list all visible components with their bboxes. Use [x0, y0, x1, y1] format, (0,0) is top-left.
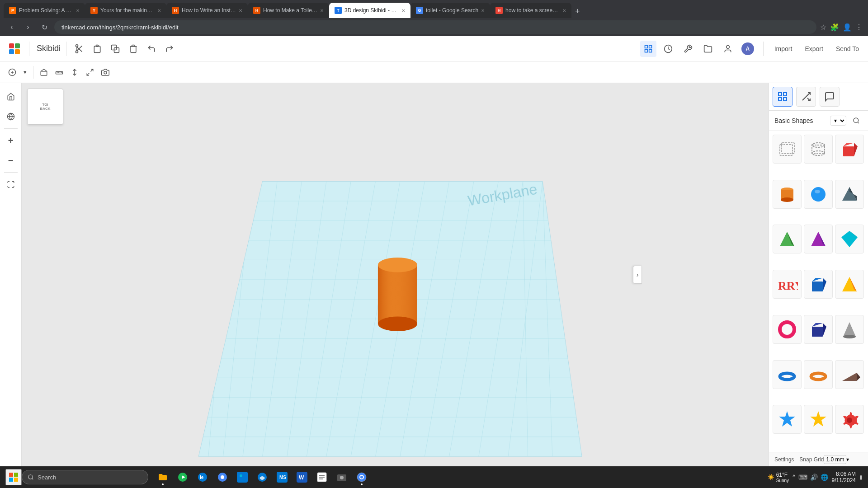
light-bulb-button[interactable] [5, 66, 19, 79]
shape-text-red[interactable]: RRY [773, 270, 802, 299]
shape-star-yellow[interactable] [804, 405, 833, 434]
panel-toggle-button[interactable]: › [633, 266, 642, 284]
taskbar-app-edge[interactable] [253, 468, 271, 486]
shape-torus-orange[interactable] [804, 360, 833, 389]
viewport[interactable]: TOI BACK [22, 83, 769, 466]
reload-button[interactable]: ↻ [38, 21, 51, 33]
shape-wedge-brown[interactable] [835, 360, 864, 389]
tab-3-close[interactable]: ✕ [239, 8, 242, 13]
zoom-in-button[interactable]: + [3, 132, 19, 149]
show-desktop-button[interactable]: ▮ [859, 474, 863, 480]
taskbar-app-chrome[interactable] [213, 468, 231, 486]
grid-view-button[interactable] [640, 41, 656, 57]
address-bar[interactable] [54, 20, 816, 34]
chevron-icon[interactable]: ^ [793, 474, 796, 481]
align-button[interactable] [68, 66, 81, 79]
snapshot-button[interactable] [99, 66, 112, 79]
snap-grid-dropdown[interactable]: ▾ [846, 456, 849, 463]
tab-3[interactable]: H How to Write an Instructable... ✕ [166, 3, 248, 18]
copy-button[interactable] [108, 42, 123, 56]
paste-button[interactable] [90, 42, 104, 56]
taskbar-app-store[interactable]: MS [273, 468, 291, 486]
tab-7-close[interactable]: ✕ [562, 8, 566, 13]
shape-diamond-cyan[interactable] [835, 225, 864, 253]
taskbar-search-bar[interactable]: Search [22, 470, 148, 484]
workplane-button[interactable] [37, 66, 51, 79]
tab-5[interactable]: T 3D design Skibidi - Tinkercad ✕ [329, 3, 410, 18]
taskbar-app-photos[interactable] [233, 468, 251, 486]
shape-cylinder-hole[interactable] [804, 135, 833, 164]
taskbar-app-file-explorer[interactable] [154, 468, 172, 486]
undo-button[interactable] [144, 42, 159, 56]
clock-view-button[interactable] [660, 41, 676, 57]
mirror-button[interactable] [83, 66, 97, 79]
shape-pyramid-yellow[interactable] [835, 270, 864, 299]
shape-gear-red[interactable] [835, 405, 864, 434]
panel-tab-corner[interactable] [796, 87, 816, 107]
new-tab-button[interactable]: + [571, 5, 584, 18]
shape-box-dark-blue[interactable] [804, 270, 833, 299]
export-button[interactable]: Export [801, 43, 826, 54]
tab-1[interactable]: P Problem Solving: A step by ste... ✕ [4, 3, 85, 18]
taskbar-app-music[interactable] [174, 468, 192, 486]
tinkercad-logo[interactable] [5, 42, 24, 56]
avatar-button[interactable]: A [740, 41, 756, 57]
tab-5-close[interactable]: ✕ [401, 8, 405, 13]
tab-2[interactable]: Y Yours for the making - Instruct... ✕ [85, 3, 166, 18]
tab-4-close[interactable]: ✕ [320, 8, 324, 13]
snap-grid-input[interactable] [824, 455, 846, 464]
extensions-button[interactable]: 🧩 [830, 23, 839, 32]
import-button[interactable]: Import [771, 43, 796, 54]
shape-cone-gray[interactable] [835, 315, 864, 344]
shape-pyramid-purple[interactable] [804, 225, 833, 253]
shape-sphere-blue[interactable] [804, 180, 833, 209]
shape-pyramid-green[interactable] [773, 225, 802, 253]
shape-box-hole[interactable] [773, 135, 802, 164]
zoom-out-button[interactable]: − [3, 152, 19, 169]
tab-1-close[interactable]: ✕ [76, 8, 80, 13]
shape-box-red[interactable] [835, 135, 864, 164]
tab-7[interactable]: H how to take a screenshot on w... ✕ [490, 3, 571, 18]
forward-button[interactable]: › [22, 21, 34, 33]
shape-star-blue[interactable] [773, 405, 802, 434]
panel-tab-chat[interactable] [820, 87, 840, 107]
tab-2-close[interactable]: ✕ [157, 8, 161, 13]
shape-prism-blue[interactable] [835, 180, 864, 209]
back-button[interactable]: ‹ [5, 21, 18, 33]
profile-button[interactable]: 👤 [843, 23, 852, 32]
redo-button[interactable] [162, 42, 177, 56]
panel-dropdown[interactable]: ▾ [830, 116, 846, 126]
taskbar-app-camera[interactable] [333, 468, 351, 486]
taskbar-clock[interactable]: 8:06 AM 9/11/2024 [832, 471, 856, 483]
menu-button[interactable]: ⋮ [855, 23, 863, 32]
send-to-button[interactable]: Send To [832, 43, 863, 54]
home-view-button[interactable] [3, 89, 19, 105]
taskbar-app-word[interactable]: W [293, 468, 311, 486]
shape-torus-blue[interactable] [773, 360, 802, 389]
network-icon[interactable]: 🌐 [821, 474, 828, 481]
shape-cylinder-orange[interactable] [773, 180, 802, 209]
fullscreen-button[interactable] [3, 176, 19, 192]
dropdown-btn[interactable]: ▾ [21, 66, 29, 78]
delete-button[interactable] [126, 42, 141, 56]
shape-box-navy[interactable] [804, 315, 833, 344]
bookmarks-button[interactable]: ☆ [820, 23, 826, 32]
volume-icon[interactable]: 🔊 [810, 474, 818, 481]
taskbar-app-chrome-active[interactable] [353, 468, 371, 486]
user-view-button[interactable] [720, 41, 736, 57]
panel-search-button[interactable] [850, 114, 863, 127]
taskbar-app-notepad[interactable] [313, 468, 331, 486]
ruler-button[interactable] [52, 66, 66, 79]
shape-torus-pink[interactable] [773, 315, 802, 344]
taskbar-app-browser-2[interactable]: ie [193, 468, 212, 486]
keyboard-icon[interactable]: ⌨ [798, 474, 807, 481]
cut-button[interactable] [72, 42, 86, 56]
tab-6[interactable]: G toilet - Google Search ✕ [410, 3, 490, 18]
start-button[interactable] [5, 469, 22, 485]
tools-view-button[interactable] [680, 41, 696, 57]
orbit-button[interactable] [3, 108, 19, 125]
tab-4[interactable]: H How to Make a Toilet (skibidi)... ✕ [248, 3, 329, 18]
tab-6-close[interactable]: ✕ [481, 8, 485, 13]
folder-view-button[interactable] [700, 41, 716, 57]
taskbar-weather[interactable]: ☀️ 61°F Sunny [768, 472, 789, 483]
